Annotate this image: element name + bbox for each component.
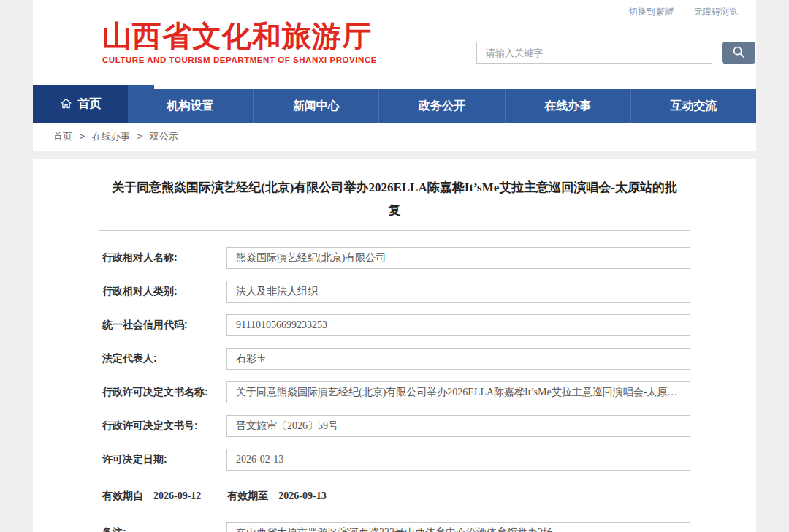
home-icon <box>60 87 72 125</box>
nav-item-gov-affairs[interactable]: 政务公开 <box>378 89 504 123</box>
party-type-field[interactable] <box>226 281 690 303</box>
article-title: 关于同意熊焱国际演艺经纪(北京)有限公司举办2026ELLA陈嘉桦It’sMe艾… <box>99 159 690 231</box>
search-button[interactable] <box>722 42 755 64</box>
field-label: 行政许可决定文书号: <box>102 419 226 433</box>
nav-item-orgs[interactable]: 机构设置 <box>128 89 253 123</box>
field-label: 行政相对人名称: <box>102 251 226 265</box>
field-row-remark: 备注: <box>102 522 690 532</box>
search-input[interactable] <box>476 42 712 64</box>
accessibility-link[interactable]: 无障碍浏览 <box>694 7 738 17</box>
nav-item-label: 新闻中心 <box>293 99 340 112</box>
decision-doc-number-field[interactable] <box>226 415 690 437</box>
decision-doc-name-field[interactable] <box>226 381 690 403</box>
nav-item-label: 首页 <box>78 97 102 110</box>
logo-title-cn: 山西省文化和旅游厅 <box>102 19 377 53</box>
field-row-party-type: 行政相对人类别: <box>102 281 690 303</box>
validity-row: 有效期自 2026-09-12 有效期至 2026-09-13 <box>102 490 690 503</box>
page-container: 切换到繁體 无障碍浏览 山西省文化和旅游厅 CULTURE AND TOURIS… <box>33 0 756 532</box>
utility-links: 切换到繁體 无障碍浏览 <box>610 6 738 18</box>
site-search <box>476 42 755 64</box>
nav-item-online-services[interactable]: 在线办事 <box>505 89 630 123</box>
nav-item-label: 政务公开 <box>419 99 465 112</box>
breadcrumb-online-services[interactable]: 在线办事 <box>92 131 130 142</box>
site-header: 切换到繁體 无障碍浏览 山西省文化和旅游厅 CULTURE AND TOURIS… <box>33 0 756 89</box>
party-name-field[interactable] <box>226 247 690 269</box>
field-label: 备注: <box>102 526 226 532</box>
field-label: 行政相对人类别: <box>102 285 226 298</box>
nav-item-label: 机构设置 <box>167 99 214 112</box>
validity-to-label: 有效期至 <box>227 490 268 503</box>
permit-detail-form: 行政相对人名称: 行政相对人类别: 统一社会信用代码: 法定代表人: 行政许可决… <box>33 231 756 532</box>
breadcrumb-separator: > <box>137 131 142 142</box>
breadcrumb: 首页 > 在线办事 > 双公示 <box>33 123 756 151</box>
field-row-decision-doc-number: 行政许可决定文书号: <box>102 415 690 437</box>
site-logo[interactable]: 山西省文化和旅游厅 CULTURE AND TOURISM DEPARTMENT… <box>102 19 377 64</box>
field-row-legal-rep: 法定代表人: <box>102 348 690 370</box>
field-row-decision-date: 许可决定日期: <box>102 449 690 471</box>
breadcrumb-home[interactable]: 首页 <box>53 131 72 142</box>
nav-item-news[interactable]: 新闻中心 <box>253 89 378 123</box>
switch-traditional-link[interactable]: 切换到繁體 <box>629 7 673 17</box>
validity-from-label: 有效期自 <box>102 490 143 503</box>
switch-traditional-em: 繁體 <box>655 7 673 17</box>
remark-field[interactable] <box>226 522 690 532</box>
breadcrumb-separator: > <box>80 131 85 142</box>
field-label: 统一社会信用代码: <box>102 319 226 332</box>
field-label: 许可决定日期: <box>102 453 226 466</box>
nav-item-interaction[interactable]: 互动交流 <box>630 89 756 123</box>
field-row-credit-code: 统一社会信用代码: <box>102 314 690 336</box>
breadcrumb-current: 双公示 <box>150 131 178 142</box>
field-label: 行政许可决定文书名称: <box>102 386 226 399</box>
validity-from-value: 2026-09-12 <box>153 490 201 502</box>
credit-code-field[interactable] <box>226 314 690 336</box>
validity-to-value: 2026-09-13 <box>278 490 326 502</box>
logo-title-en: CULTURE AND TOURISM DEPARTMENT OF SHANXI… <box>102 56 377 64</box>
main-nav: 首页 机构设置 新闻中心 政务公开 在线办事 互动交流 <box>33 89 756 123</box>
field-label: 法定代表人: <box>102 352 226 365</box>
main-content: 关于同意熊焱国际演艺经纪(北京)有限公司举办2026ELLA陈嘉桦It’sMe艾… <box>33 159 756 532</box>
switch-traditional-prefix: 切换到 <box>629 7 655 17</box>
field-row-party-name: 行政相对人名称: <box>102 247 690 269</box>
magnifier-icon <box>731 45 746 61</box>
nav-item-label: 互动交流 <box>670 99 717 112</box>
nav-item-home[interactable]: 首页 <box>33 85 128 123</box>
legal-rep-field[interactable] <box>226 348 690 370</box>
decision-date-field[interactable] <box>226 449 690 471</box>
top-block: 切换到繁體 无障碍浏览 山西省文化和旅游厅 CULTURE AND TOURIS… <box>33 0 756 151</box>
nav-item-label: 在线办事 <box>544 99 591 112</box>
field-row-decision-doc-name: 行政许可决定文书名称: <box>102 381 690 403</box>
